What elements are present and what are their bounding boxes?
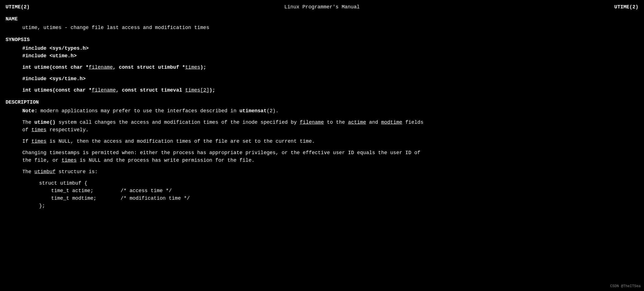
description-struct: struct utimbuf { time_t actime; /* acces…	[6, 180, 638, 210]
header-right: UTIME(2)	[427, 3, 638, 11]
description-para3b: the file, or times is NULL and the proce…	[6, 157, 638, 164]
description-title: DESCRIPTION	[6, 99, 638, 106]
proto2-mid: , const struct timeval	[116, 87, 185, 93]
times-link3: times	[61, 158, 76, 163]
section-description: DESCRIPTION Note: modern applications ma…	[6, 99, 638, 210]
proto1-mid: , const struct utimbuf *	[113, 65, 185, 70]
modtime-link: modtime	[381, 120, 402, 125]
proto2-end: );	[209, 87, 216, 93]
synopsis-proto2: int utimes(const char *filename, const s…	[6, 87, 638, 94]
actime-link: actime	[348, 120, 366, 125]
section-name: NAME utime, utimes - change file last ac…	[6, 15, 638, 32]
description-para3a: Changing timestamps is permitted when: e…	[6, 149, 638, 157]
proto1-end: );	[200, 65, 206, 70]
filename-link1: filename	[300, 120, 324, 125]
section-synopsis: SYNOPSIS #include <sys/types.h> #include…	[6, 36, 638, 94]
note-bold: Note:	[22, 108, 37, 114]
proto2-filename: filename	[92, 87, 116, 93]
utime-bold: utime()	[34, 120, 56, 125]
proto2-times: times[2]	[185, 87, 209, 93]
name-title: NAME	[6, 15, 638, 23]
man-page: UTIME(2) Linux Programmer's Manual UTIME…	[6, 3, 638, 210]
times-link1: times	[31, 127, 46, 133]
proto1-bold: int utime(const char *	[22, 65, 89, 70]
name-content: utime, utimes - change file last access …	[6, 24, 638, 32]
proto1-filename: filename	[89, 65, 113, 70]
description-para1b: of times respectively.	[6, 126, 638, 134]
synopsis-include2: #include <utime.h>	[6, 52, 638, 60]
struct-code: struct utimbuf { time_t actime; /* acces…	[39, 180, 638, 210]
description-para4: The utimbuf structure is:	[6, 168, 638, 176]
synopsis-include1: #include <sys/types.h>	[6, 45, 638, 52]
synopsis-include3: #include <sys/time.h>	[6, 75, 638, 83]
proto1-times: times	[185, 65, 200, 70]
description-para1: The utime() system call changes the acce…	[6, 119, 638, 126]
header: UTIME(2) Linux Programmer's Manual UTIME…	[6, 3, 638, 11]
description-para2: If times is NULL, then the access and mo…	[6, 138, 638, 145]
description-note: Note: modern applications may prefer to …	[6, 107, 638, 115]
utimbuf-link: utimbuf	[34, 169, 56, 175]
proto2-bold: int utimes(const char *	[22, 87, 92, 93]
utimensat-bold: utimensat	[240, 108, 267, 114]
header-left: UTIME(2)	[6, 3, 217, 11]
header-center: Linux Programmer's Manual	[217, 3, 428, 11]
watermark: CSDN @TheITSea	[610, 283, 641, 289]
times-link2: times	[31, 139, 46, 144]
synopsis-title: SYNOPSIS	[6, 36, 638, 44]
synopsis-proto1: int utime(const char *filename, const st…	[6, 64, 638, 71]
